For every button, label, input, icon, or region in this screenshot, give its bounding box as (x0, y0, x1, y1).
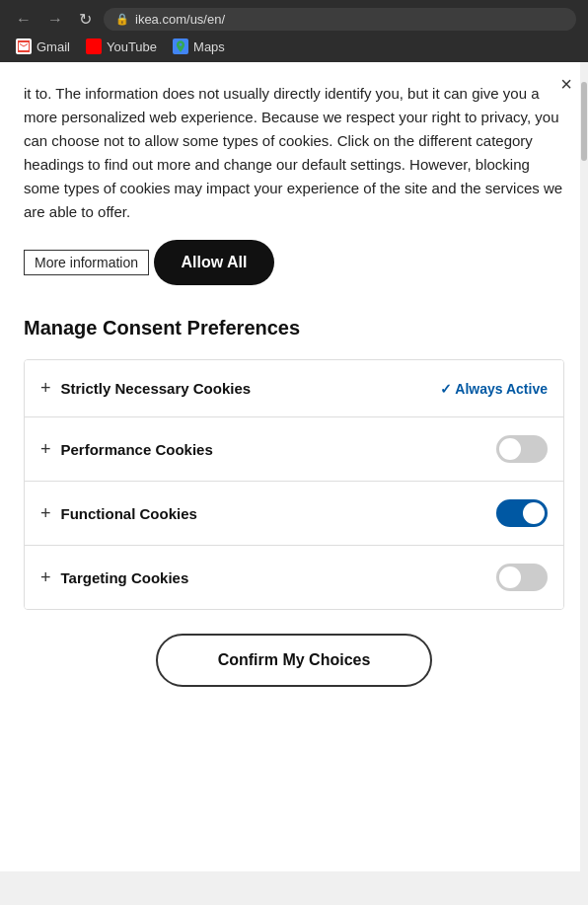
manage-heading: Manage Consent Preferences (24, 317, 564, 339)
performance-label: Performance Cookies (61, 441, 213, 458)
url-text: ikea.com/us/en/ (135, 12, 225, 27)
allow-all-button[interactable]: Allow All (154, 240, 275, 285)
cookie-row-targeting: + Targeting Cookies (25, 546, 563, 609)
forward-button[interactable]: → (43, 10, 67, 30)
scrollbar[interactable] (580, 62, 588, 871)
cookie-row-left-functional: + Functional Cookies (40, 503, 197, 524)
targeting-toggle-track[interactable] (496, 564, 548, 591)
description-text: it to. The information does not usually … (24, 82, 564, 224)
expand-icon-strictly-necessary[interactable]: + (40, 378, 51, 399)
scroll-thumb (581, 82, 587, 161)
lock-icon: 🔒 (115, 13, 129, 26)
reload-button[interactable]: ↻ (75, 10, 96, 30)
cookie-row-performance: + Performance Cookies (25, 417, 563, 482)
targeting-toggle[interactable] (496, 564, 548, 591)
browser-nav: ← → ↻ 🔒 ikea.com/us/en/ (12, 8, 576, 31)
gmail-favicon (16, 38, 32, 54)
expand-icon-performance[interactable]: + (40, 439, 51, 460)
cookie-row-functional: + Functional Cookies ✓ (25, 482, 563, 546)
confirm-choices-button[interactable]: Confirm My Choices (156, 634, 432, 687)
performance-toggle[interactable] (496, 435, 548, 463)
cookie-row-left-performance: + Performance Cookies (40, 439, 213, 460)
cookie-row-left-targeting: + Targeting Cookies (40, 567, 188, 588)
bookmarks-bar: Gmail YouTube Maps (12, 38, 576, 54)
cookie-row-left: + Strictly Necessary Cookies (40, 378, 251, 399)
expand-icon-functional[interactable]: + (40, 503, 51, 524)
always-active-label: Always Active (455, 381, 548, 397)
performance-toggle-knob (499, 438, 521, 460)
cookie-categories-list: + Strictly Necessary Cookies ✓ Always Ac… (24, 359, 564, 610)
youtube-favicon (86, 38, 102, 54)
address-bar[interactable]: 🔒 ikea.com/us/en/ (104, 8, 576, 31)
targeting-label: Targeting Cookies (61, 569, 189, 586)
always-active-badge: ✓ Always Active (440, 381, 548, 397)
bookmark-gmail[interactable]: Gmail (16, 38, 70, 54)
functional-toggle-track[interactable]: ✓ (496, 499, 548, 527)
bookmark-youtube[interactable]: YouTube (86, 38, 157, 54)
functional-toggle-knob: ✓ (523, 502, 545, 524)
cookie-row-strictly-necessary: + Strictly Necessary Cookies ✓ Always Ac… (25, 360, 563, 417)
youtube-label: YouTube (107, 39, 157, 54)
close-button[interactable]: × (560, 74, 572, 94)
browser-chrome: ← → ↻ 🔒 ikea.com/us/en/ Gmail YouTube Ma… (0, 0, 588, 62)
functional-label: Functional Cookies (61, 505, 197, 522)
bookmark-maps[interactable]: Maps (173, 38, 225, 54)
gmail-label: Gmail (37, 39, 70, 54)
toggle-checkmark: ✓ (529, 506, 539, 520)
cookie-consent-panel: × it to. The information does not usuall… (0, 62, 588, 871)
more-info-link[interactable]: More information (24, 250, 149, 275)
back-button[interactable]: ← (12, 10, 36, 30)
functional-toggle[interactable]: ✓ (496, 499, 548, 527)
expand-icon-targeting[interactable]: + (40, 567, 51, 588)
strictly-necessary-label: Strictly Necessary Cookies (61, 380, 252, 397)
targeting-toggle-knob (499, 566, 521, 588)
maps-favicon (173, 38, 188, 54)
check-icon: ✓ (440, 381, 452, 397)
performance-toggle-track[interactable] (496, 435, 548, 463)
maps-label: Maps (193, 39, 225, 54)
